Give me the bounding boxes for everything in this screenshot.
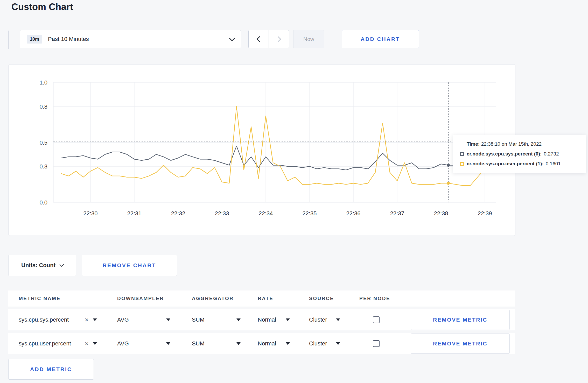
svg-text:22:33: 22:33 xyxy=(215,210,229,217)
chevron-right-icon xyxy=(275,36,281,42)
tooltip-series-label: cr.node.sys.cpu.sys.percent (0): xyxy=(467,151,542,157)
tooltip-time: Time: 22:38:10 on Mar 15th, 2022 xyxy=(460,141,578,147)
svg-text:1.0: 1.0 xyxy=(39,79,47,86)
time-forward-button[interactable] xyxy=(269,30,289,48)
svg-text:22:34: 22:34 xyxy=(258,210,273,217)
column-header-downsampler: DOWNSAMPLER xyxy=(117,296,164,301)
svg-text:22:39: 22:39 xyxy=(478,210,492,217)
rate-select[interactable]: Normal xyxy=(258,333,290,354)
clear-icon[interactable]: × xyxy=(85,340,89,347)
remove-chart-button[interactable]: REMOVE CHART xyxy=(82,255,177,276)
remove-metric-button[interactable]: REMOVE METRIC xyxy=(411,334,510,354)
toolbar-divider xyxy=(8,31,9,49)
svg-text:22:37: 22:37 xyxy=(390,210,404,217)
caret-down-icon xyxy=(286,318,290,321)
chart-svg[interactable]: 0.00.30.50.81.022:3022:3122:3222:3322:34… xyxy=(9,65,515,236)
column-header-source: SOURCE xyxy=(309,296,334,301)
downsampler-select[interactable]: AVG xyxy=(117,309,170,330)
aggregator-value: SUM xyxy=(192,316,205,323)
svg-text:22:31: 22:31 xyxy=(127,210,141,217)
tooltip-time-value: 22:38:10 on Mar 15th, 2022 xyxy=(481,141,542,147)
chevron-down-icon xyxy=(59,263,64,267)
tooltip-series-value: 0.1601 xyxy=(546,161,561,167)
caret-down-icon xyxy=(336,342,340,345)
column-header-aggregator: AGGREGATOR xyxy=(192,296,234,301)
rate-value: Normal xyxy=(258,340,276,347)
caret-down-icon xyxy=(236,342,241,345)
source-value: Cluster xyxy=(309,340,327,347)
metric-name-select[interactable]: sys.cpu.sys.percent × xyxy=(19,309,97,330)
caret-down-icon xyxy=(166,342,170,345)
time-range-label: Past 10 Minutes xyxy=(48,36,89,42)
rate-select[interactable]: Normal xyxy=(258,309,290,330)
time-nav-group xyxy=(248,30,289,48)
add-metric-button[interactable]: ADD METRIC xyxy=(8,359,94,380)
svg-text:0.0: 0.0 xyxy=(39,199,47,206)
chevron-down-icon xyxy=(229,36,235,41)
chart-tooltip: Time: 22:38:10 on Mar 15th, 2022 cr.node… xyxy=(453,135,586,173)
svg-text:22:36: 22:36 xyxy=(346,210,360,217)
svg-text:22:32: 22:32 xyxy=(171,210,185,217)
caret-down-icon xyxy=(93,318,97,321)
downsampler-value: AVG xyxy=(117,340,129,347)
metric-row: sys.cpu.user.percent × AVG SUM Normal Cl… xyxy=(8,333,515,354)
column-header-metric-name: METRIC NAME xyxy=(19,296,61,301)
aggregator-select[interactable]: SUM xyxy=(192,333,241,354)
page-title: Custom Chart xyxy=(11,2,73,12)
series-swatch-icon xyxy=(460,152,464,156)
metric-name-value: sys.cpu.user.percent xyxy=(19,340,83,347)
custom-chart-page: Custom Chart 10m Past 10 Minutes Now ADD… xyxy=(0,0,588,383)
tooltip-series-row: cr.node.sys.cpu.sys.percent (0): 0.2732 xyxy=(460,151,578,157)
metrics-table: METRIC NAME DOWNSAMPLER AGGREGATOR RATE … xyxy=(8,290,515,354)
metrics-table-header: METRIC NAME DOWNSAMPLER AGGREGATOR RATE … xyxy=(8,290,515,307)
caret-down-icon xyxy=(286,342,290,345)
downsampler-select[interactable]: AVG xyxy=(117,333,170,354)
metric-name-value: sys.cpu.sys.percent xyxy=(19,316,83,323)
chevron-left-icon xyxy=(256,36,262,42)
clear-icon[interactable]: × xyxy=(85,316,89,323)
aggregator-select[interactable]: SUM xyxy=(192,309,241,330)
per-node-checkbox[interactable] xyxy=(373,340,380,347)
svg-text:0.8: 0.8 xyxy=(39,103,47,110)
svg-text:22:38: 22:38 xyxy=(434,210,448,217)
remove-metric-button[interactable]: REMOVE METRIC xyxy=(411,310,510,330)
caret-down-icon xyxy=(236,318,241,321)
caret-down-icon xyxy=(166,318,170,321)
time-range-badge: 10m xyxy=(27,35,42,44)
aggregator-value: SUM xyxy=(192,340,205,347)
svg-text:0.3: 0.3 xyxy=(39,163,47,170)
svg-text:0.5: 0.5 xyxy=(39,139,47,146)
per-node-checkbox[interactable] xyxy=(373,316,380,323)
units-label: Units: Count xyxy=(21,262,55,269)
tooltip-series-label: cr.node.sys.cpu.user.percent (1): xyxy=(467,161,544,167)
time-range-selector[interactable]: 10m Past 10 Minutes xyxy=(20,30,241,48)
column-header-rate: RATE xyxy=(258,296,273,301)
chart-card: 0.00.30.50.81.022:3022:3122:3222:3322:34… xyxy=(8,64,515,236)
source-select[interactable]: Cluster xyxy=(309,309,340,330)
column-header-per-node: PER NODE xyxy=(359,296,390,301)
source-select[interactable]: Cluster xyxy=(309,333,340,354)
metric-row: sys.cpu.sys.percent × AVG SUM Normal Clu… xyxy=(8,309,515,330)
now-button[interactable]: Now xyxy=(293,30,324,48)
caret-down-icon xyxy=(93,342,97,345)
tooltip-time-label: Time: xyxy=(467,141,480,147)
source-value: Cluster xyxy=(309,316,327,323)
time-back-button[interactable] xyxy=(248,30,269,48)
downsampler-value: AVG xyxy=(117,316,129,323)
add-chart-button[interactable]: ADD CHART xyxy=(342,30,419,48)
rate-value: Normal xyxy=(258,316,276,323)
metric-name-select[interactable]: sys.cpu.user.percent × xyxy=(19,333,97,354)
svg-text:22:30: 22:30 xyxy=(83,210,97,217)
svg-text:22:35: 22:35 xyxy=(302,210,317,217)
caret-down-icon xyxy=(336,318,340,321)
units-selector[interactable]: Units: Count xyxy=(8,255,76,276)
tooltip-series-row: cr.node.sys.cpu.user.percent (1): 0.1601 xyxy=(460,161,578,167)
series-swatch-icon xyxy=(460,162,464,166)
tooltip-series-value: 0.2732 xyxy=(544,151,559,157)
